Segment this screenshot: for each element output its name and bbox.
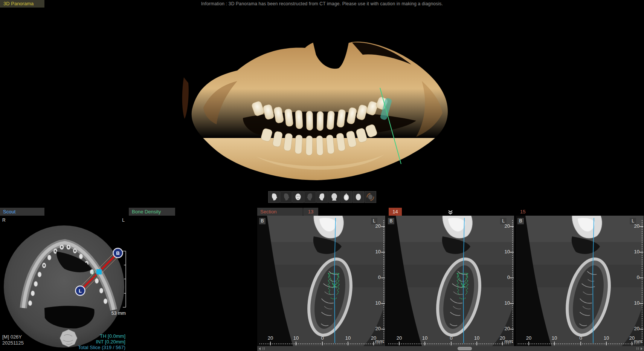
v-ruler-label: 20 [371, 223, 381, 229]
slice-interval: INT [0.20mm] [96, 339, 125, 345]
section-15-number[interactable]: 15 [519, 208, 532, 216]
orientation-label-r: R [2, 218, 6, 223]
v-ruler-label: 10 [500, 300, 510, 306]
v-ruler-label: 10 [630, 300, 639, 306]
ruler-unit-label: mm [504, 339, 513, 344]
study-date: 20251125 [2, 340, 24, 346]
h-ruler-label: 10 [601, 335, 612, 341]
v-ruler-label: 10 [371, 249, 381, 254]
bone-density-tab[interactable]: Bone Density [129, 208, 175, 216]
h-ruler-label: 0 [317, 335, 328, 341]
ruler-unit-label: mm [634, 339, 642, 344]
view-mode-tab[interactable]: 3D Panorama [0, 0, 44, 8]
panorama-3d-render[interactable] [181, 28, 459, 183]
section-14-header[interactable]: 14 [386, 208, 514, 216]
section-tab[interactable]: Section [257, 208, 303, 216]
h-ruler-label: 10 [549, 335, 560, 341]
h-ruler-label: 10 [290, 335, 302, 341]
h-ruler-label: 20 [265, 335, 276, 341]
frontal-head-icon[interactable] [292, 191, 304, 203]
scroll-right-icon[interactable] [641, 347, 642, 350]
rotate-head-icon[interactable] [365, 191, 376, 203]
section-panel-15: 15 B L 20 10 0 10 20 20 10 0 10 20 mm [516, 208, 644, 346]
h-ruler-label: 20 [394, 335, 405, 341]
section-13-number[interactable]: 13 [303, 208, 318, 216]
v-ruler-label: 0 [500, 274, 510, 280]
orientation-label-b: B [259, 218, 266, 224]
section-13-image[interactable]: B L 20 10 0 10 20 20 10 0 10 20 mm [257, 216, 385, 346]
v-ruler-label: 0 [630, 274, 639, 280]
orientation-label-b: B [388, 218, 394, 224]
bone-density-content[interactable] [129, 216, 257, 351]
h-ruler-label: 10 [419, 335, 430, 341]
slice-position-handle[interactable] [96, 269, 102, 274]
orientation-label-l: L [122, 218, 125, 223]
patient-id: [M] 026Y [2, 334, 22, 340]
ruler-unit-label: mm [375, 339, 383, 344]
view-orientation-toolbar [268, 191, 376, 203]
bone-density-header[interactable]: Bone Density [129, 208, 257, 216]
scroll-right-step-icon[interactable] [636, 347, 639, 350]
section-15-header[interactable]: 15 [516, 208, 644, 216]
scout-tab[interactable]: Scout [0, 208, 44, 216]
marker-b[interactable]: B [113, 248, 123, 258]
v-ruler-label: 20 [630, 326, 639, 331]
orientation-label-b: B [517, 218, 524, 224]
panorama-3d-viewport[interactable] [0, 8, 644, 207]
info-banner: Information : 3D Panorama has been recon… [0, 0, 644, 8]
marker-l-label: L [79, 288, 82, 294]
marker-l[interactable]: L [76, 286, 85, 296]
posterior-head-icon[interactable] [328, 191, 340, 203]
v-ruler-label: 10 [371, 300, 381, 306]
h-ruler-label: 10 [471, 335, 482, 341]
section-14-image[interactable]: B L 20 10 0 10 20 20 10 0 10 20 mm [386, 216, 514, 346]
v-ruler-label: 10 [630, 249, 639, 254]
h-ruler-label: 20 [523, 335, 534, 341]
section-14-number[interactable]: 14 [389, 208, 402, 216]
v-ruler-label: 20 [500, 326, 510, 331]
total-slice-count: Total Slice (319 / 567) [78, 345, 125, 350]
section-scrollbar[interactable] [257, 346, 644, 351]
v-ruler-label: 10 [500, 249, 510, 254]
h-ruler-label: 10 [342, 335, 354, 341]
left-oblique-head-icon[interactable] [304, 191, 316, 203]
v-ruler-label: 0 [371, 274, 381, 280]
ruler-length-label: 53 mm [111, 311, 126, 316]
section-panel-13: Section 13 B L 20 10 0 10 20 20 10 0 10 … [257, 208, 385, 346]
scout-axial-image[interactable]: B L R L 53 mm [M] 026Y 20251125 TH [0.0m… [0, 216, 127, 351]
v-ruler-label: 20 [500, 223, 510, 229]
marker-b-label: B [116, 250, 119, 256]
left-lateral-head-icon[interactable] [316, 191, 328, 203]
top-bar: Information : 3D Panorama has been recon… [0, 0, 644, 8]
section-15-image[interactable]: B L 20 10 0 10 20 20 10 0 10 20 mm [516, 216, 644, 346]
inferior-head-icon[interactable] [353, 191, 364, 203]
scroll-left-step-icon[interactable] [262, 347, 265, 350]
superior-head-icon[interactable] [340, 191, 352, 203]
right-oblique-head-icon[interactable] [280, 191, 292, 203]
bone-density-panel: Bone Density [129, 208, 257, 351]
section-panel-14: 14 B L 20 10 0 10 20 20 10 0 10 20 mm [386, 208, 514, 346]
scout-panel: Scout [0, 208, 127, 351]
v-ruler-label: 20 [630, 223, 639, 229]
h-ruler-label: 0 [446, 335, 457, 341]
section-13-header[interactable]: Section 13 [257, 208, 385, 216]
h-ruler-label: 0 [575, 335, 586, 341]
v-ruler-label: 20 [371, 326, 381, 331]
slice-thickness: TH [0.0mm] [100, 333, 125, 339]
right-lateral-head-icon[interactable] [268, 191, 280, 203]
scrollbar-thumb[interactable] [458, 347, 472, 350]
vertebra [60, 330, 77, 347]
scroll-left-icon[interactable] [259, 347, 261, 350]
scout-header[interactable]: Scout [0, 208, 127, 216]
